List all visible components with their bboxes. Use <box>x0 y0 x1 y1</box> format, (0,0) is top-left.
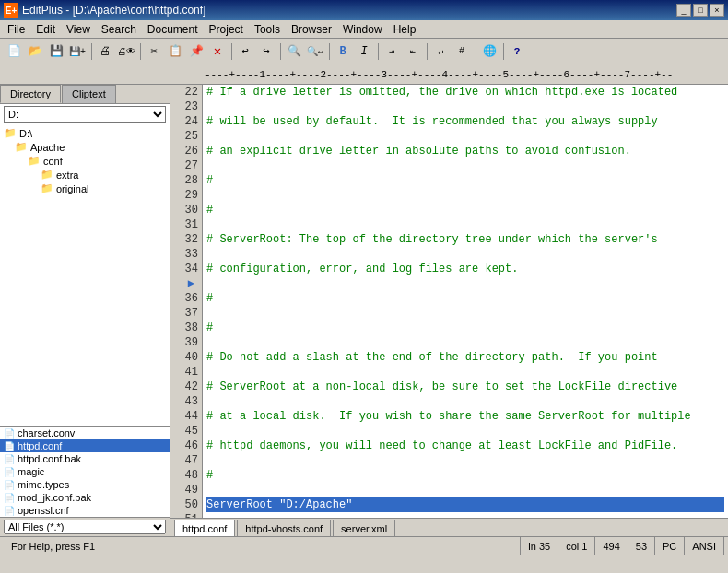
code-line-33: # at a local disk. If you wish to share … <box>206 409 724 424</box>
tree-item-conf[interactable]: 📁 conf <box>0 154 170 168</box>
line-num-46: 46 <box>170 439 198 453</box>
file-item-mod-jk-conf-bak[interactable]: 📄 mod_jk.conf.bak <box>0 491 170 504</box>
file-item-httpd-conf-bak[interactable]: 📄 httpd.conf.bak <box>0 452 170 465</box>
menu-help[interactable]: Help <box>388 20 422 38</box>
indent-button[interactable]: ⇥ <box>382 41 402 62</box>
menu-search[interactable]: Search <box>96 20 142 38</box>
folder-icon: 📁 <box>15 141 28 153</box>
wordwrap-button[interactable]: ↵ <box>430 41 451 62</box>
tree-item-extra[interactable]: 📁 extra <box>0 168 170 181</box>
maximize-button[interactable]: □ <box>693 4 708 17</box>
ruler-text: ----+----1----+----2----+----3----+----4… <box>205 69 673 80</box>
minimize-button[interactable]: _ <box>676 4 691 17</box>
menu-file[interactable]: File <box>2 20 30 38</box>
tab-directory[interactable]: Directory <box>0 85 61 103</box>
line-num-32: 32 <box>170 232 198 247</box>
find-button[interactable]: 🔍 <box>284 41 304 62</box>
code-line-30: # <box>206 321 724 335</box>
line-num-39: 39 <box>170 335 198 350</box>
line-num-33: 33 <box>170 247 198 262</box>
file-item-openssl-cnf[interactable]: 📄 openssl.cnf <box>0 504 170 517</box>
file-name: mime.types <box>18 479 69 490</box>
status-bar: For Help, press F1 ln 35 col 1 494 53 PC… <box>0 536 728 555</box>
line-num-25: 25 <box>170 129 198 144</box>
file-item-magic[interactable]: 📄 magic <box>0 465 170 478</box>
file-name: mod_jk.conf.bak <box>18 492 91 503</box>
undo-button[interactable]: ↩ <box>235 41 255 62</box>
tree-item-drive[interactable]: 📁 D:\ <box>0 126 170 140</box>
drive-select[interactable]: D: <box>4 106 166 123</box>
redo-button[interactable]: ↪ <box>256 41 276 62</box>
print-button[interactable]: 🖨 <box>95 41 115 62</box>
folder-icon: 📁 <box>28 155 41 167</box>
line-num-35-marker: ▶ <box>170 276 198 291</box>
bold-button[interactable]: B <box>333 41 353 62</box>
status-lines: 53 <box>628 537 655 555</box>
editor-tab-server-xml[interactable]: server.xml <box>333 520 395 536</box>
panel-tabs: Directory Cliptext <box>0 85 170 104</box>
directory-tree[interactable]: 📁 D:\ 📁 Apache 📁 conf 📁 extra 📁 original <box>0 124 170 426</box>
line-num-28: 28 <box>170 173 198 188</box>
browser-button[interactable]: 🌐 <box>479 41 499 62</box>
replace-button[interactable]: 🔍↔ <box>305 41 325 62</box>
menu-project[interactable]: Project <box>204 20 249 38</box>
line-num-49: 49 <box>170 483 198 497</box>
line-num-43: 43 <box>170 394 198 409</box>
delete-button[interactable]: ✕ <box>207 41 228 62</box>
line-num-30: 30 <box>170 203 198 217</box>
close-button[interactable]: × <box>710 4 724 17</box>
linenumbers-button[interactable]: # <box>452 41 472 62</box>
print-preview-button[interactable]: 🖨👁 <box>116 41 136 62</box>
unindent-button[interactable]: ⇤ <box>403 41 423 62</box>
code-line-22: # If a drive letter is omitted, the driv… <box>206 85 724 99</box>
status-chars: 494 <box>595 537 628 555</box>
italic-button[interactable]: I <box>354 41 374 62</box>
status-col-text: col 1 <box>566 541 587 552</box>
status-help-text: For Help, press F1 <box>11 541 95 552</box>
tree-item-label: original <box>56 183 88 194</box>
menu-tools[interactable]: Tools <box>249 20 286 38</box>
help-button[interactable]: ? <box>507 41 527 62</box>
menu-browser[interactable]: Browser <box>286 20 337 38</box>
tree-item-label: Apache <box>30 142 65 153</box>
file-icon: 📄 <box>4 428 15 439</box>
open-button[interactable]: 📂 <box>25 41 45 62</box>
status-encoding: ANSI <box>685 537 724 555</box>
editor-tab-httpd-vhosts[interactable]: httpd-vhosts.conf <box>237 520 331 536</box>
code-line-35: # <box>206 468 724 483</box>
files-list[interactable]: 📄 charset.conv 📄 httpd.conf 📄 httpd.conf… <box>0 426 170 517</box>
toolbar-secondary: ----+----1----+----2----+----3----+----4… <box>0 64 728 85</box>
file-item-charset[interactable]: 📄 charset.conv <box>0 427 170 439</box>
code-line-28: # configuration, error, and log files ar… <box>206 262 724 276</box>
file-item-mime-types[interactable]: 📄 mime.types <box>0 478 170 491</box>
status-encoding-text: ANSI <box>692 541 716 552</box>
line-num-48: 48 <box>170 468 198 483</box>
code-line-25: # <box>206 173 724 188</box>
code-editor[interactable]: # If a drive letter is omitted, the driv… <box>203 85 728 518</box>
editor-tab-httpd-conf[interactable]: httpd.conf <box>174 520 235 536</box>
line-num-29: 29 <box>170 188 198 203</box>
copy-button[interactable]: 📋 <box>165 41 185 62</box>
code-line-32: # ServerRoot at a non-local disk, be sur… <box>206 380 724 394</box>
file-name: httpd.conf <box>18 440 62 451</box>
file-filter-select[interactable]: All Files (*.*) <box>4 520 166 534</box>
save-button[interactable]: 💾 <box>46 41 66 62</box>
app-icon: E+ <box>4 3 18 18</box>
code-line-24: # an explicit drive letter in absolute p… <box>206 144 724 158</box>
menu-window[interactable]: Window <box>337 20 388 38</box>
file-name: magic <box>18 466 44 477</box>
tree-item-original[interactable]: 📁 original <box>0 181 170 195</box>
paste-button[interactable]: 📌 <box>186 41 206 62</box>
code-line-36-highlighted: ServerRoot "D:/Apache" <box>206 497 724 512</box>
folder-icon: 📁 <box>4 127 17 139</box>
menu-view[interactable]: View <box>61 20 96 38</box>
file-item-httpd-conf[interactable]: 📄 httpd.conf <box>0 439 170 452</box>
editor-area: 22 23 24 25 26 27 28 29 30 31 32 33 34 ▶… <box>170 85 728 536</box>
tab-cliptext[interactable]: Cliptext <box>62 85 116 103</box>
save-all-button[interactable]: 💾+ <box>67 41 88 62</box>
menu-document[interactable]: Document <box>142 20 204 38</box>
new-button[interactable]: 📄 <box>4 41 24 62</box>
cut-button[interactable]: ✂ <box>144 41 164 62</box>
menu-edit[interactable]: Edit <box>30 20 61 38</box>
tree-item-apache[interactable]: 📁 Apache <box>0 140 170 154</box>
